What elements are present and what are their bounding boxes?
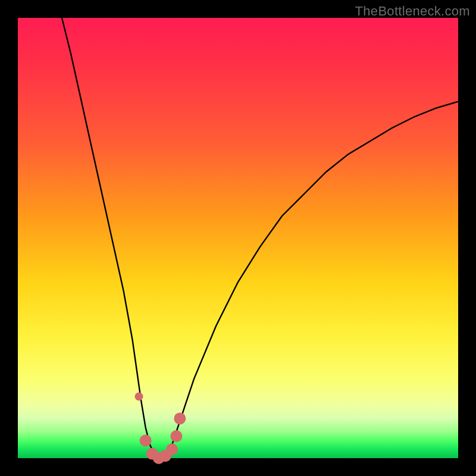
highlight-dot — [166, 443, 178, 455]
plot-area — [18, 18, 458, 458]
watermark-text: TheBottleneck.com — [355, 4, 470, 19]
highlight-dot — [135, 392, 143, 400]
curve-layer — [18, 18, 458, 458]
highlight-dot — [170, 430, 182, 442]
highlight-dot — [174, 412, 186, 424]
chart-frame: TheBottleneck.com — [0, 0, 476, 476]
highlight-dot — [140, 434, 152, 446]
bottleneck-curve — [62, 18, 458, 458]
